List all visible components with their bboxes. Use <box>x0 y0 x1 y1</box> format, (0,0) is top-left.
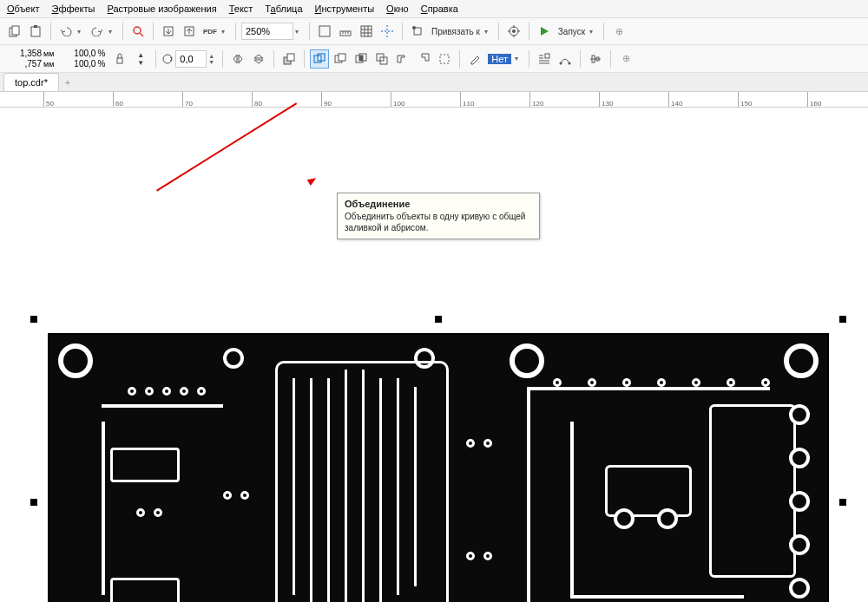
outline-pen-button[interactable] <box>465 49 484 69</box>
paste-button[interactable] <box>26 22 45 41</box>
svg-point-49 <box>569 62 571 64</box>
mirror-v-button[interactable] <box>249 49 268 69</box>
selection-bounds[interactable]: × <box>35 320 842 602</box>
tooltip-title: Объединение <box>345 199 532 209</box>
fullscreen-button[interactable] <box>315 22 334 41</box>
rulers-button[interactable] <box>336 22 355 41</box>
separator <box>153 23 154 40</box>
svg-rect-29 <box>117 58 122 63</box>
export-button[interactable] <box>180 22 199 41</box>
trim-button[interactable] <box>331 49 350 69</box>
selection-handle[interactable] <box>839 499 846 506</box>
snap-settings-button[interactable] <box>408 22 427 41</box>
outline-width-value[interactable]: Нет <box>488 54 511 64</box>
separator <box>459 50 460 68</box>
pdf-dropdown[interactable]: ▾ <box>221 28 230 36</box>
redo-button[interactable] <box>88 22 107 41</box>
guides-button[interactable] <box>378 22 397 41</box>
svg-marker-28 <box>541 27 549 36</box>
separator <box>273 50 274 68</box>
size-group: 1,358мм ,757мм <box>5 49 54 69</box>
annotation-arrow-head <box>307 175 319 186</box>
selection-handle[interactable] <box>30 499 37 506</box>
separator <box>498 23 499 40</box>
add-button[interactable]: ⊕ <box>609 22 628 41</box>
property-bar: 1,358мм ,757мм 100,0% 100,0% ▲▼ ▲▼ Нет ▾… <box>0 45 868 73</box>
snap-dropdown[interactable]: ▾ <box>484 28 493 36</box>
rotation-input[interactable] <box>175 50 207 68</box>
svg-rect-3 <box>34 25 37 28</box>
launch-dropdown[interactable]: ▾ <box>589 28 598 36</box>
svg-rect-32 <box>287 54 294 61</box>
wrap-text-button[interactable] <box>535 49 554 69</box>
svg-rect-36 <box>339 54 345 61</box>
rotation-icon <box>161 53 174 65</box>
separator <box>603 23 604 40</box>
zoom-dropdown[interactable]: ▾ <box>295 28 304 36</box>
rotation-stepper[interactable]: ▲▼ <box>208 53 217 65</box>
scale-x-value[interactable]: 100,0 <box>59 49 97 58</box>
separator <box>580 50 581 68</box>
pcb-artwork[interactable] <box>48 333 829 602</box>
publish-pdf-button[interactable]: PDF <box>201 22 220 41</box>
undo-dropdown[interactable]: ▾ <box>77 28 86 36</box>
menu-tools[interactable]: Инструменты <box>315 3 375 14</box>
search-button[interactable] <box>128 22 148 41</box>
add-prop-button[interactable]: ⊕ <box>616 49 635 69</box>
undo-button[interactable] <box>56 22 76 41</box>
ruler-horizontal[interactable]: 50 60 70 80 90 100 110 120 130 140 150 1… <box>0 92 868 108</box>
toolbar-standard: ▾ ▾ PDF ▾ ▾ Привязать к ▾ Запуск ▾ ⊕ <box>0 18 868 45</box>
scale-group: 100,0% 100,0% <box>59 49 105 69</box>
annotation-arrow <box>156 102 297 191</box>
add-tab-button[interactable]: + <box>59 73 76 91</box>
canvas-workspace[interactable]: Объединение Объединить объекты в одну кр… <box>0 108 868 602</box>
width-value[interactable]: 1,358 <box>5 49 43 58</box>
document-tab[interactable]: top.cdr* <box>3 73 59 91</box>
menu-table[interactable]: Таблица <box>265 3 302 14</box>
svg-rect-42 <box>440 55 449 63</box>
import-button[interactable] <box>159 22 178 41</box>
front-minus-back-button[interactable] <box>393 49 412 69</box>
selection-handle[interactable] <box>839 316 846 323</box>
menu-text[interactable]: Текст <box>229 3 253 14</box>
separator <box>610 50 611 68</box>
svg-line-5 <box>140 33 143 36</box>
back-minus-front-button[interactable] <box>414 49 433 69</box>
order-button[interactable] <box>279 49 299 69</box>
menu-window[interactable]: Окно <box>386 3 409 14</box>
snap-label[interactable]: Привязать к <box>429 27 483 36</box>
align-button[interactable] <box>586 49 605 69</box>
selection-handle[interactable] <box>30 316 37 323</box>
boundary-button[interactable] <box>435 49 454 69</box>
mirror-h-button[interactable] <box>228 49 247 69</box>
menu-help[interactable]: Справка <box>421 3 458 14</box>
svg-rect-2 <box>31 27 40 36</box>
menu-raster[interactable]: Растровые изображения <box>107 3 216 14</box>
copy-button[interactable] <box>5 22 24 41</box>
grid-button[interactable] <box>357 22 376 41</box>
svg-point-30 <box>163 55 172 63</box>
svg-rect-8 <box>319 26 330 36</box>
selection-handle[interactable] <box>435 316 442 323</box>
simplify-button[interactable] <box>372 49 391 69</box>
separator <box>222 50 223 68</box>
separator <box>235 23 236 40</box>
zoom-input[interactable] <box>241 23 293 40</box>
menu-effects[interactable]: Эффекты <box>51 3 95 14</box>
outline-width-dropdown[interactable]: ▾ <box>515 55 523 62</box>
redo-dropdown[interactable]: ▾ <box>108 28 117 36</box>
convert-curves-button[interactable] <box>556 49 575 69</box>
launch-label[interactable]: Запуск <box>556 27 588 36</box>
lock-ratio-button[interactable] <box>110 49 129 69</box>
svg-rect-43 <box>545 54 549 58</box>
stepper-button[interactable]: ▲▼ <box>131 49 150 69</box>
options-button[interactable] <box>504 22 523 41</box>
intersect-button[interactable] <box>352 49 371 69</box>
launch-button[interactable] <box>535 22 554 41</box>
document-tabs: top.cdr* + <box>0 73 868 92</box>
height-value[interactable]: ,757 <box>5 59 43 69</box>
scale-y-value[interactable]: 100,0 <box>59 59 97 69</box>
weld-button[interactable] <box>310 49 329 69</box>
menu-object[interactable]: Объект <box>7 3 39 14</box>
svg-rect-13 <box>361 26 372 36</box>
